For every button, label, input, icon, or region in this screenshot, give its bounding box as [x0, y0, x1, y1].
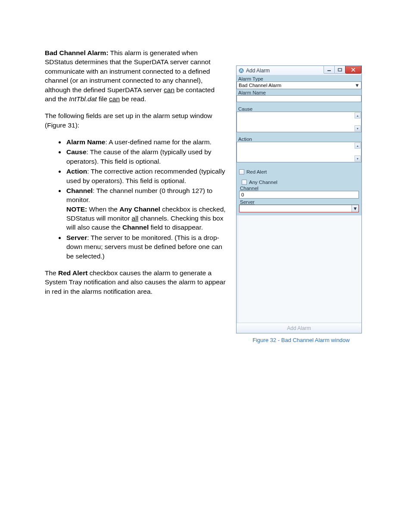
maximize-button[interactable]: [334, 66, 346, 74]
add-alarm-button[interactable]: Add Alarm: [237, 323, 361, 333]
figure-container: Add Alarm Alarm: [236, 48, 366, 343]
chevron-down-icon: ▼: [352, 205, 358, 212]
text: : The cause of the alarm (typically used…: [66, 148, 212, 165]
alarm-type-combobox[interactable]: Bad Channel Alarm ▼: [237, 81, 361, 89]
text: : The server to be monitored. (This is a…: [66, 234, 222, 260]
add-alarm-window: Add Alarm Alarm: [236, 65, 362, 333]
window-title: Add Alarm: [246, 68, 270, 74]
label-cause: Cause: [237, 106, 361, 112]
scroll-down-icon[interactable]: ▾: [355, 125, 361, 131]
server-combobox[interactable]: ▼: [239, 205, 359, 212]
lower-pane: [237, 215, 361, 323]
list-item: Channel: The channel number (0 through 1…: [65, 186, 226, 232]
text: : The corrective action recommended (typ…: [66, 168, 225, 184]
list-item: Action: The corrective action recommende…: [65, 167, 226, 185]
text: : A user-defined name for the alarm.: [105, 138, 211, 146]
text: field to disappear.: [149, 224, 203, 231]
action-textarea[interactable]: ▴ ▾: [237, 142, 361, 162]
paragraph-fields-intro: The following fields are set up in the a…: [45, 111, 226, 130]
label-alarm-name: Alarm Name: [237, 89, 361, 95]
red-alert-checkbox[interactable]: [239, 169, 244, 174]
minimize-button[interactable]: [324, 66, 335, 74]
window-body: Alarm Type Bad Channel Alarm ▼ Alarm Nam…: [237, 75, 361, 333]
underline-can: can: [164, 86, 174, 93]
label-channel: Channel: [237, 185, 361, 191]
cause-textarea[interactable]: ▴ ▾: [237, 112, 361, 132]
text: file: [97, 95, 109, 103]
paragraph-intro: Bad Channel Alarm: This alarm is generat…: [45, 48, 226, 103]
field-name: Alarm Name: [66, 138, 105, 146]
any-channel-label: Any Channel: [249, 180, 277, 185]
italic-inttbl: IntTbl.dat: [69, 95, 97, 103]
chevron-down-icon: ▼: [354, 83, 360, 88]
channel-value: 0: [241, 192, 244, 197]
label-alarm-type: Alarm Type: [237, 75, 361, 81]
list-item: Alarm Name: A user-defined name for the …: [65, 137, 226, 146]
bold-red-alert: Red Alert: [58, 269, 87, 277]
document-body: Bad Channel Alarm: This alarm is generat…: [45, 48, 226, 304]
bold-any-channel: Any Channel: [119, 205, 160, 213]
text: be read.: [120, 95, 146, 103]
text: When the: [87, 205, 119, 213]
heading-bad-channel: Bad Channel Alarm:: [45, 49, 109, 56]
scroll-up-icon[interactable]: ▴: [355, 112, 361, 118]
underline-can: can: [109, 95, 120, 103]
any-channel-row[interactable]: Any Channel: [237, 178, 361, 185]
field-name: Channel: [66, 187, 93, 194]
field-name: Cause: [66, 148, 87, 156]
note-label: NOTE:: [66, 205, 87, 213]
list-item: Server: The server to be monitored. (Thi…: [65, 233, 226, 261]
bold-channel: Channel: [122, 224, 149, 231]
text: The: [45, 269, 58, 277]
window-titlebar[interactable]: Add Alarm: [237, 66, 361, 75]
underline-all: all: [132, 215, 139, 222]
app-icon: [238, 68, 244, 74]
channel-input[interactable]: 0: [239, 191, 359, 199]
alarm-name-input[interactable]: [237, 95, 361, 102]
red-alert-label: Red Alert: [246, 169, 267, 174]
field-name: Action: [66, 168, 87, 175]
label-action: Action: [237, 136, 361, 142]
paragraph-red-alert: The Red Alert checkbox causes the alarm …: [45, 268, 226, 296]
close-button[interactable]: [345, 66, 361, 74]
scroll-down-icon[interactable]: ▾: [355, 156, 361, 162]
alarm-type-value: Bad Channel Alarm: [239, 83, 281, 88]
red-alert-row[interactable]: Red Alert: [237, 168, 361, 174]
label-server: Server: [237, 199, 361, 205]
any-channel-checkbox[interactable]: [242, 180, 247, 185]
list-item: Cause: The cause of the alarm (typically…: [65, 147, 226, 166]
field-list: Alarm Name: A user-defined name for the …: [45, 137, 226, 261]
field-name: Server: [66, 234, 87, 241]
figure-caption: Figure 32 - Bad Channel Alarm window: [236, 337, 366, 343]
svg-rect-2: [338, 68, 342, 71]
svg-rect-1: [327, 70, 331, 71]
scroll-up-icon[interactable]: ▴: [355, 143, 361, 149]
